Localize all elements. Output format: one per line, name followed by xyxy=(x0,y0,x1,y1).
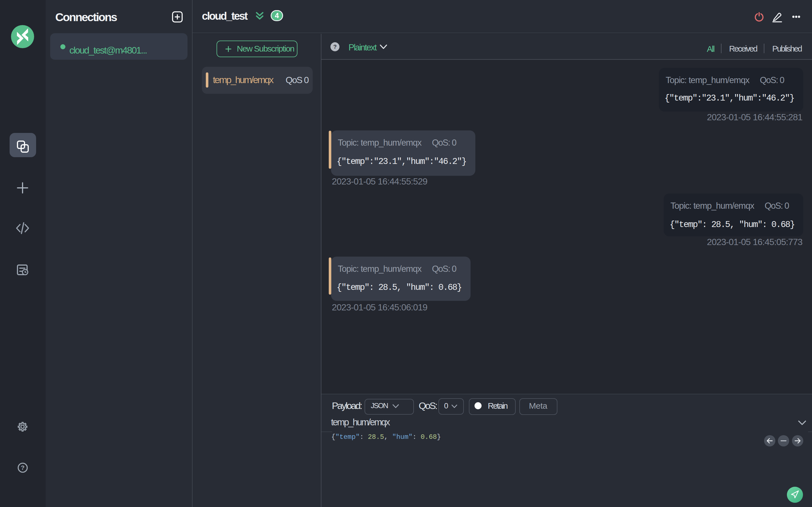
svg-text:?: ? xyxy=(333,44,337,50)
svg-text:?: ? xyxy=(21,464,24,471)
